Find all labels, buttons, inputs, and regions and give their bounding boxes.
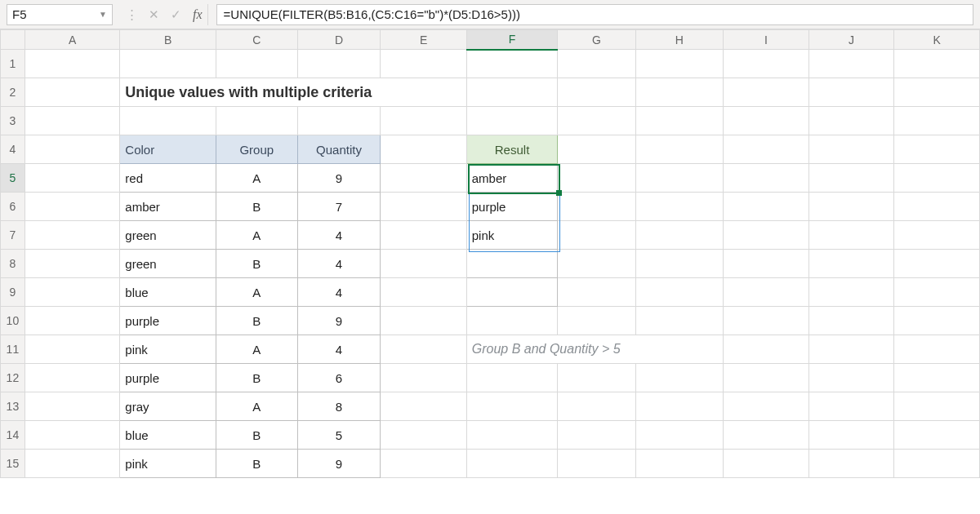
col-header[interactable]: H <box>635 30 723 50</box>
data-cell[interactable]: blue <box>120 278 216 307</box>
cell-value: red <box>125 171 143 185</box>
col-header[interactable]: B <box>120 30 216 50</box>
row-header[interactable]: 14 <box>1 421 25 450</box>
data-cell[interactable]: A <box>216 221 297 250</box>
page-title-cell[interactable]: Unique values with multiple criteria <box>120 78 466 107</box>
cell-value: pink <box>472 228 495 242</box>
data-cell[interactable]: B <box>216 364 297 392</box>
cell-value: 9 <box>336 457 342 471</box>
data-cell[interactable]: blue <box>120 421 216 450</box>
data-cell[interactable]: gray <box>120 392 216 421</box>
cancel-icon[interactable]: ✕ <box>149 7 159 22</box>
select-all-corner[interactable] <box>1 30 25 50</box>
col-header[interactable]: G <box>558 30 635 50</box>
row-header[interactable]: 1 <box>1 50 25 78</box>
data-header-cell[interactable]: Group <box>216 135 297 164</box>
spreadsheet-grid[interactable]: A B C D E F G H I J K 1 2 <box>0 29 980 478</box>
col-header[interactable]: I <box>724 30 809 50</box>
chevron-down-icon[interactable]: ▼ <box>99 10 107 19</box>
data-cell[interactable]: A <box>216 164 297 193</box>
row-header[interactable]: 15 <box>1 450 25 478</box>
data-cell[interactable]: A <box>216 392 297 421</box>
result-cell[interactable]: pink <box>466 221 558 250</box>
cell-value: 4 <box>336 343 342 357</box>
result-cell[interactable]: purple <box>466 193 558 221</box>
data-cell[interactable]: 9 <box>297 307 381 335</box>
cell-value: 9 <box>336 314 342 328</box>
sheet-table: A B C D E F G H I J K 1 2 <box>0 29 980 478</box>
data-cell[interactable]: 4 <box>297 221 381 250</box>
data-cell[interactable]: 4 <box>297 335 381 364</box>
data-cell[interactable]: pink <box>120 450 216 478</box>
data-cell[interactable]: 6 <box>297 364 381 392</box>
formula-input[interactable]: =UNIQUE(FILTER(B5:B16,(C5:C16="b")*(D5:D… <box>216 4 973 25</box>
data-cell[interactable]: 9 <box>297 450 381 478</box>
data-cell[interactable]: 4 <box>297 250 381 278</box>
grid-row: 6 amber B 7 purple <box>1 193 980 221</box>
cell-value: pink <box>125 457 148 471</box>
data-cell[interactable]: green <box>120 250 216 278</box>
row-header[interactable]: 10 <box>1 307 25 335</box>
data-cell[interactable]: 4 <box>297 278 381 307</box>
cell-value: pink <box>125 343 148 357</box>
data-cell[interactable]: green <box>120 221 216 250</box>
data-header-cell[interactable]: Quantity <box>297 135 381 164</box>
cell-value: 8 <box>336 400 342 414</box>
data-header-cell[interactable]: Color <box>120 135 216 164</box>
cell-value: amber <box>472 171 507 185</box>
grid-row: 13 gray A 8 <box>1 392 980 421</box>
row-header[interactable]: 7 <box>1 221 25 250</box>
result-cell[interactable] <box>466 278 558 307</box>
grid-row: 2 Unique values with multiple criteria <box>1 78 980 107</box>
result-header-cell[interactable]: Result <box>466 135 558 164</box>
data-cell[interactable]: B <box>216 250 297 278</box>
row-header[interactable]: 9 <box>1 278 25 307</box>
col-header[interactable]: A <box>24 30 120 50</box>
row-header[interactable]: 3 <box>1 107 25 135</box>
data-cell[interactable]: purple <box>120 364 216 392</box>
cell-value: 4 <box>336 257 342 271</box>
data-cell[interactable]: A <box>216 335 297 364</box>
cell-value: 7 <box>336 200 342 214</box>
data-cell[interactable]: B <box>216 421 297 450</box>
result-cell[interactable]: amber <box>466 164 558 193</box>
data-cell[interactable]: 8 <box>297 392 381 421</box>
col-header[interactable]: E <box>381 30 466 50</box>
grid-row: 7 green A 4 pink <box>1 221 980 250</box>
data-cell[interactable]: 9 <box>297 164 381 193</box>
data-cell[interactable]: B <box>216 193 297 221</box>
row-header[interactable]: 4 <box>1 135 25 164</box>
col-header[interactable]: D <box>297 30 381 50</box>
name-box[interactable]: F5 ▼ <box>7 4 113 25</box>
row-header[interactable]: 11 <box>1 335 25 364</box>
row-header[interactable]: 2 <box>1 78 25 107</box>
data-cell[interactable]: B <box>216 307 297 335</box>
cell-value: purple <box>125 371 159 385</box>
options-icon[interactable]: ⋮ <box>126 7 137 22</box>
data-cell[interactable]: amber <box>120 193 216 221</box>
row-header[interactable]: 12 <box>1 364 25 392</box>
row-header[interactable]: 5 <box>1 164 25 193</box>
fx-icon[interactable]: fx <box>193 7 203 22</box>
data-cell[interactable]: B <box>216 450 297 478</box>
grid-row: 9 blue A 4 <box>1 278 980 307</box>
row-header[interactable]: 8 <box>1 250 25 278</box>
enter-icon[interactable]: ✓ <box>171 7 181 22</box>
row-header[interactable]: 13 <box>1 392 25 421</box>
cell-value: B <box>252 428 261 442</box>
col-header[interactable]: F <box>466 30 558 50</box>
data-cell[interactable]: A <box>216 278 297 307</box>
grid-row: 3 <box>1 107 980 135</box>
data-cell[interactable]: pink <box>120 335 216 364</box>
data-cell[interactable]: 5 <box>297 421 381 450</box>
note-cell[interactable]: Group B and Quantity > 5 <box>466 335 723 364</box>
data-cell[interactable]: purple <box>120 307 216 335</box>
data-cell[interactable]: 7 <box>297 193 381 221</box>
col-header[interactable]: C <box>216 30 297 50</box>
data-cell[interactable]: red <box>120 164 216 193</box>
result-cell[interactable] <box>466 250 558 278</box>
formula-bar-buttons: ⋮ ✕ ✓ fx <box>121 4 208 25</box>
col-header[interactable]: J <box>808 30 894 50</box>
row-header[interactable]: 6 <box>1 193 25 221</box>
col-header[interactable]: K <box>894 30 980 50</box>
